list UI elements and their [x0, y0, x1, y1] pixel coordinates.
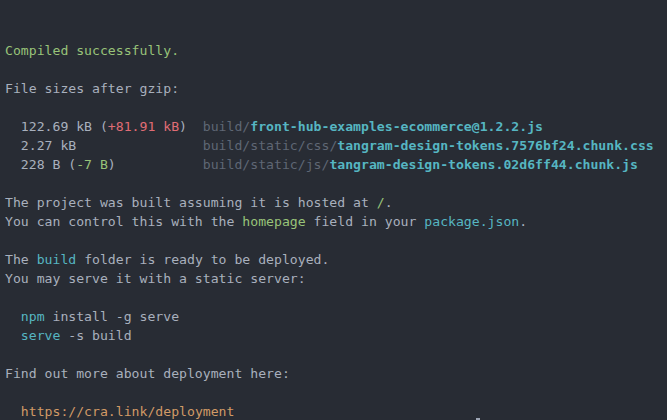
terminal-line: The build folder is ready to be deployed… [5, 250, 667, 269]
terminal-line: 2.27 kB build/static/css/tangram-design-… [5, 136, 667, 155]
terminal-output: Compiled successfully.File sizes after g… [0, 0, 667, 420]
terminal-text-segment: npm [21, 309, 45, 324]
terminal-line: You can control this with the homepage f… [5, 212, 667, 231]
terminal-line: You may serve it with a static server: [5, 269, 667, 288]
terminal-text-segment: build/static/css/ [203, 138, 338, 153]
terminal-line: 228 B (-7 B) build/static/js/tangram-des… [5, 155, 667, 174]
terminal-text-segment: . [519, 214, 527, 229]
deployment-url-link[interactable]: https://cra.link/deployment [21, 404, 235, 419]
terminal-lines: Compiled successfully.File sizes after g… [5, 41, 667, 420]
terminal-text-segment: +81.91 kB [108, 119, 179, 134]
terminal-text-segment: / [377, 195, 385, 210]
terminal-text-segment: ) [108, 157, 203, 172]
terminal-line [5, 288, 667, 307]
terminal-text-segment: 228 B ( [5, 157, 76, 172]
terminal-text-segment: ) [179, 119, 203, 134]
terminal-line [5, 60, 667, 79]
terminal-line: Compiled successfully. [5, 41, 667, 60]
terminal-text-segment: -7 B [76, 157, 108, 172]
terminal-text-segment: folder is ready to be deployed. [76, 252, 329, 267]
terminal-text-segment: tangram-design-tokens.02d6ff44.chunk.js [329, 157, 638, 172]
terminal-text-segment: build/static/js/ [203, 157, 330, 172]
terminal-line [5, 383, 667, 402]
terminal-line [5, 98, 667, 117]
terminal-line: npm install -g serve [5, 307, 667, 326]
terminal-text-segment [5, 328, 21, 343]
terminal-text-segment: package.json [424, 214, 519, 229]
terminal-line: Find out more about deployment here: [5, 364, 667, 383]
terminal-text-segment: File sizes after gzip: [5, 81, 179, 96]
terminal-text-segment [5, 404, 21, 419]
terminal-text-segment: Find out more about deployment here: [5, 366, 290, 381]
terminal-line: serve -s build [5, 326, 667, 345]
terminal-text-segment: The [5, 252, 37, 267]
terminal-line: https://cra.link/deployment [5, 402, 667, 420]
terminal-text-segment: homepage [242, 214, 305, 229]
terminal-text-segment: 2.27 kB [5, 138, 203, 153]
terminal-text-segment: field in your [306, 214, 425, 229]
terminal-text-segment: install -g serve [45, 309, 180, 324]
terminal-text-segment [5, 309, 21, 324]
terminal-line [5, 231, 667, 250]
terminal-text-segment: . [385, 195, 393, 210]
terminal-line: The project was built assuming it is hos… [5, 193, 667, 212]
terminal-text-segment: serve [21, 328, 61, 343]
terminal-text-segment: build [37, 252, 77, 267]
terminal-text-segment: tangram-design-tokens.7576bf24.chunk.css [337, 138, 653, 153]
terminal-line [5, 345, 667, 364]
terminal-text-segment: front-hub-examples-ecommerce@1.2.2.js [250, 119, 543, 134]
terminal-line: 122.69 kB (+81.91 kB) build/front-hub-ex… [5, 117, 667, 136]
terminal-text-segment: You may serve it with a static server: [5, 271, 306, 286]
terminal-text-segment: The project was built assuming it is hos… [5, 195, 377, 210]
terminal-line [5, 174, 667, 193]
terminal-text-segment: -s build [60, 328, 131, 343]
terminal-text-segment: You can control this with the [5, 214, 242, 229]
terminal-line: File sizes after gzip: [5, 79, 667, 98]
terminal-text-segment: 122.69 kB ( [5, 119, 108, 134]
terminal-text-segment: build/ [203, 119, 250, 134]
terminal-text-segment: Compiled successfully. [5, 43, 179, 58]
